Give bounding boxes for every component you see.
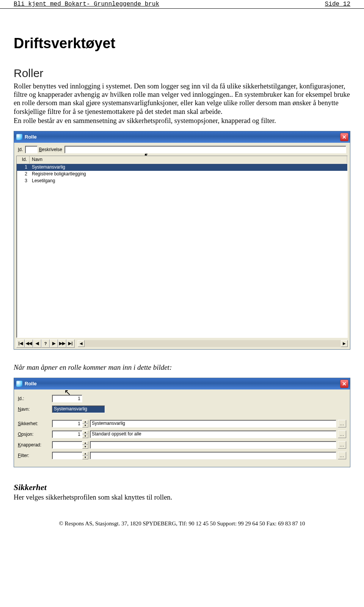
spin-down-icon: ▼ bbox=[82, 456, 88, 459]
window-title: Rolle bbox=[25, 381, 37, 386]
col-header-id[interactable]: Id. bbox=[17, 156, 30, 164]
header-left: Bli kjent med Bokart- Grunnleggende bruk bbox=[14, 1, 159, 8]
nav-last-button[interactable]: ▶| bbox=[66, 339, 75, 348]
titlebar[interactable]: Rolle ✕ bbox=[14, 131, 350, 143]
opsjon-desc-field[interactable]: Standard oppsett for alle bbox=[90, 430, 336, 438]
sikkerhet-label: Sikkerhet: bbox=[18, 421, 52, 426]
knapperad-label: Knapperad: bbox=[18, 442, 52, 448]
knapperad-browse-button[interactable]: ... bbox=[338, 441, 346, 449]
heading-main: Driftsverktøyet bbox=[14, 35, 350, 52]
filter-stepper[interactable]: ▲▼ bbox=[82, 452, 88, 459]
nav-fwd-button[interactable]: ▶ bbox=[50, 339, 58, 348]
close-icon[interactable]: ✕ bbox=[340, 380, 348, 388]
hscrollbar[interactable]: ◀ ▶ bbox=[78, 340, 348, 347]
table-row[interactable]: 3 Lesetilgang bbox=[17, 178, 347, 184]
filter-browse-button[interactable]: ... bbox=[338, 452, 346, 459]
spin-up-icon: ▲ bbox=[82, 430, 88, 434]
nav-fastfwd-button[interactable]: ▶▶ bbox=[58, 339, 66, 348]
heading-sikkerhet: Sikkerhet bbox=[14, 482, 350, 492]
paragraph-1: Roller benyttes ved innlogging i systeme… bbox=[14, 82, 350, 116]
opsjon-browse-button[interactable]: ... bbox=[338, 430, 346, 438]
page-header: Bli kjent med Bokart- Grunnleggende bruk… bbox=[0, 0, 364, 9]
filter-num-field[interactable] bbox=[52, 452, 82, 459]
filter-id-label: Id. bbox=[18, 147, 23, 152]
spin-up-icon: ▲ bbox=[82, 420, 88, 424]
table-row[interactable]: 2 Registrere boligkartlegging bbox=[17, 171, 347, 178]
table-row[interactable]: 1 Systemansvarlig bbox=[17, 164, 347, 171]
filter-desc-field[interactable] bbox=[90, 452, 336, 459]
id-field[interactable]: 1 bbox=[52, 395, 82, 402]
nav-search-button[interactable]: ? bbox=[41, 339, 50, 348]
titlebar[interactable]: Rolle ✕ bbox=[14, 378, 350, 389]
navn-field[interactable]: Systemansvarlig bbox=[52, 405, 105, 413]
paragraph-sikkerhet: Her velges sikkerhetsprofilen som skal k… bbox=[14, 493, 350, 501]
sikkerhet-desc-field[interactable]: Systemansvarlig bbox=[90, 420, 336, 427]
page-footer: © Respons AS, Stasjonsgt. 37, 1820 SPYDE… bbox=[14, 520, 350, 527]
col-header-name[interactable]: Navn bbox=[30, 156, 347, 164]
sikkerhet-browse-button[interactable]: ... bbox=[338, 420, 346, 427]
filter-desc-input[interactable] bbox=[64, 146, 346, 153]
app-icon bbox=[16, 134, 22, 140]
window-title: Rolle bbox=[25, 134, 37, 140]
spin-up-icon: ▲ bbox=[82, 452, 88, 456]
navn-label: Navn: bbox=[18, 407, 52, 412]
header-right: Side 12 bbox=[325, 1, 350, 8]
knapperad-desc-field[interactable] bbox=[90, 441, 336, 449]
sikkerhet-stepper[interactable]: ▲▼ bbox=[82, 420, 88, 427]
sikkerhet-num-field[interactable]: 1 bbox=[52, 420, 82, 427]
spin-down-icon: ▼ bbox=[82, 424, 88, 427]
nav-fastback-button[interactable]: ◀◀ bbox=[25, 339, 33, 348]
scroll-left-icon[interactable]: ◀ bbox=[78, 340, 85, 347]
id-label: Id.: bbox=[18, 396, 52, 401]
knapperad-num-field[interactable] bbox=[52, 441, 82, 449]
heading-roller: Roller bbox=[14, 67, 350, 80]
opsjon-label: Opsjon: bbox=[18, 432, 52, 437]
rolle-grid[interactable]: Id. Navn 1 Systemansvarlig 2 Registrere … bbox=[16, 156, 348, 338]
paragraph-2: En rolle består av en sammensetning av s… bbox=[14, 117, 350, 125]
filter-label: Filter: bbox=[18, 453, 52, 458]
rolle-form-dialog: Rolle ✕ ↖ Id.: 1 Navn: Systemansvarlig S… bbox=[14, 378, 350, 467]
spin-up-icon: ▲ bbox=[82, 441, 88, 445]
knapperad-stepper[interactable]: ▲▼ bbox=[82, 441, 88, 449]
rolle-list-dialog: Rolle ✕ ↖ Id. Beskrivelse Id. Navn 1 bbox=[14, 131, 350, 350]
spin-down-icon: ▼ bbox=[82, 434, 88, 438]
close-icon[interactable]: ✕ bbox=[340, 133, 348, 141]
caption-open-role: Når man åpner en rolle kommer man inn i … bbox=[14, 363, 350, 372]
filter-desc-label: Beskrivelse bbox=[39, 147, 62, 152]
nav-first-button[interactable]: |◀ bbox=[16, 339, 25, 348]
nav-back-button[interactable]: ◀ bbox=[33, 339, 41, 348]
opsjon-num-field[interactable]: 1 bbox=[52, 430, 82, 438]
spin-down-icon: ▼ bbox=[82, 445, 88, 449]
app-icon bbox=[16, 381, 22, 387]
filter-id-input[interactable] bbox=[25, 146, 37, 153]
scroll-right-icon[interactable]: ▶ bbox=[341, 340, 348, 347]
opsjon-stepper[interactable]: ▲▼ bbox=[82, 430, 88, 438]
